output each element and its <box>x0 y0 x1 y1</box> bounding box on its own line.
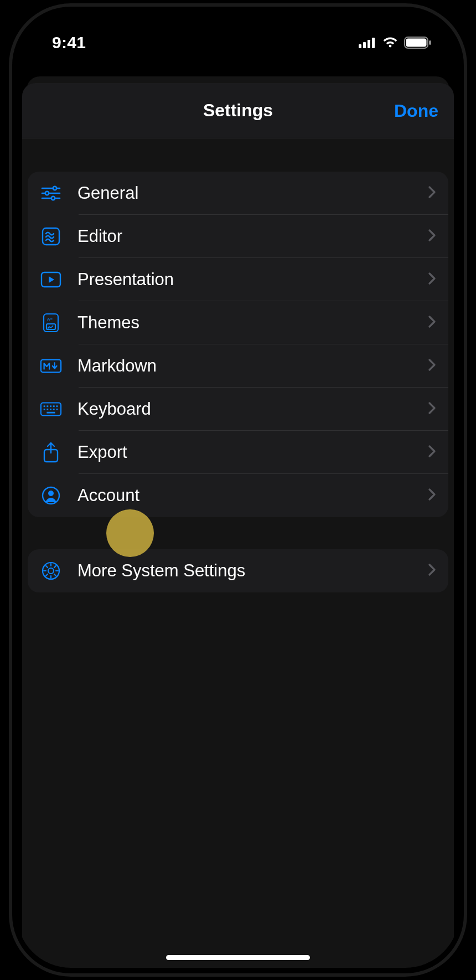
svg-rect-2 <box>368 40 370 48</box>
svg-rect-18 <box>46 324 55 329</box>
keyboard-icon <box>40 401 62 417</box>
status-indicators <box>359 37 432 49</box>
battery-icon <box>404 37 432 49</box>
row-keyboard[interactable]: Keyboard <box>28 388 448 431</box>
settings-sheet: Settings Done General <box>22 83 454 968</box>
row-themes[interactable]: A= Themes <box>28 301 448 344</box>
row-label: More System Settings <box>77 561 428 581</box>
status-bar: 9:41 <box>17 12 459 63</box>
svg-rect-29 <box>50 409 51 410</box>
svg-rect-28 <box>46 409 48 410</box>
svg-rect-23 <box>46 405 48 407</box>
account-icon <box>40 486 62 506</box>
row-label: Editor <box>77 226 428 246</box>
svg-rect-26 <box>56 405 58 407</box>
themes-icon: A= <box>40 313 62 333</box>
chevron-right-icon <box>428 488 436 503</box>
settings-group-more: More System Settings <box>28 549 448 592</box>
row-markdown[interactable]: Markdown <box>28 344 448 388</box>
row-presentation[interactable]: Presentation <box>28 258 448 301</box>
svg-text:A=: A= <box>47 317 53 322</box>
home-indicator[interactable] <box>166 955 310 960</box>
svg-point-10 <box>45 192 49 195</box>
settings-content: General Editor <box>22 138 454 592</box>
cellular-icon <box>359 37 376 48</box>
svg-rect-27 <box>44 409 45 410</box>
settings-group-main: General Editor <box>28 172 448 517</box>
row-export[interactable]: Export <box>28 431 448 474</box>
svg-point-8 <box>53 187 56 190</box>
svg-rect-3 <box>372 38 375 48</box>
chevron-right-icon <box>428 272 436 287</box>
svg-rect-31 <box>56 409 58 410</box>
sliders-icon <box>40 185 62 202</box>
svg-line-43 <box>54 574 56 576</box>
share-icon <box>40 442 62 463</box>
play-rect-icon <box>40 271 62 288</box>
svg-rect-25 <box>53 405 55 407</box>
device-frame: 9:41 Settings Done <box>12 7 464 973</box>
svg-rect-13 <box>43 228 59 245</box>
row-editor[interactable]: Editor <box>28 215 448 258</box>
row-label: Account <box>77 486 428 506</box>
svg-rect-24 <box>50 405 51 407</box>
chevron-right-icon <box>428 563 436 579</box>
chevron-right-icon <box>428 445 436 460</box>
gear-icon <box>40 561 62 581</box>
svg-rect-5 <box>406 39 427 47</box>
nav-bar: Settings Done <box>22 83 454 138</box>
svg-rect-32 <box>46 412 55 414</box>
chevron-right-icon <box>428 229 436 244</box>
chevron-right-icon <box>428 185 436 201</box>
row-label: Export <box>77 442 428 462</box>
svg-rect-1 <box>363 42 366 48</box>
row-label: Presentation <box>77 270 428 290</box>
svg-rect-0 <box>359 44 361 48</box>
svg-line-44 <box>54 566 56 568</box>
row-more-system-settings[interactable]: More System Settings <box>28 549 448 592</box>
svg-point-12 <box>51 197 55 200</box>
screen: 9:41 Settings Done <box>17 12 459 968</box>
page-title: Settings <box>203 100 273 121</box>
status-time: 9:41 <box>52 33 86 52</box>
row-label: General <box>77 183 428 203</box>
markdown-icon <box>40 358 62 374</box>
row-account[interactable]: Account <box>28 474 448 517</box>
svg-point-37 <box>48 568 54 574</box>
row-label: Markdown <box>77 356 428 376</box>
svg-point-35 <box>48 491 54 496</box>
chevron-right-icon <box>428 358 436 374</box>
svg-rect-22 <box>44 405 45 407</box>
row-general[interactable]: General <box>28 172 448 215</box>
chevron-right-icon <box>428 401 436 417</box>
wifi-icon <box>382 37 399 49</box>
svg-line-45 <box>46 574 48 576</box>
row-label: Keyboard <box>77 399 428 419</box>
svg-marker-15 <box>49 276 54 283</box>
chevron-right-icon <box>428 315 436 331</box>
svg-line-42 <box>46 566 48 568</box>
done-button[interactable]: Done <box>394 100 438 121</box>
editor-icon <box>40 227 62 246</box>
svg-rect-30 <box>53 409 55 410</box>
svg-rect-6 <box>429 40 431 45</box>
row-label: Themes <box>77 313 428 333</box>
